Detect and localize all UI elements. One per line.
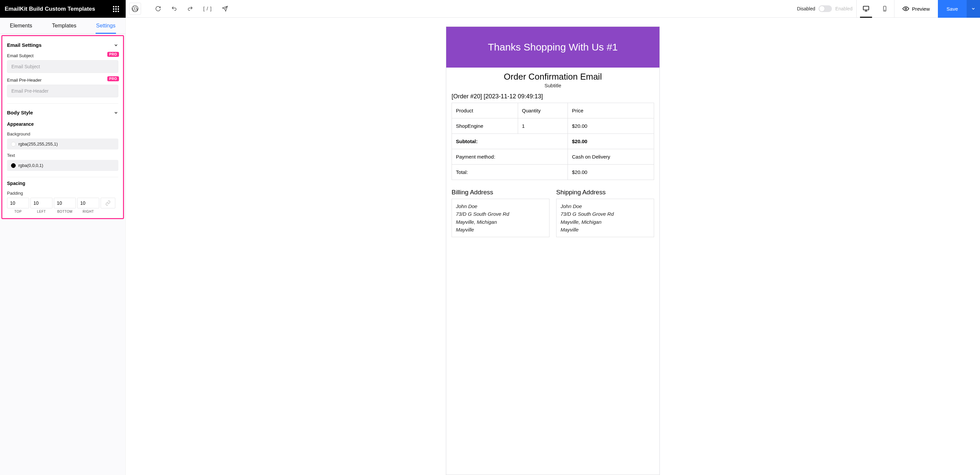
chevron-down-icon <box>971 6 976 11</box>
email-preheader-label: Email Pre-Header PRO <box>7 78 118 83</box>
svg-rect-2 <box>118 6 119 7</box>
main-topbar: [ / ] Disabled Enabled <box>126 0 980 18</box>
refresh-icon[interactable] <box>155 6 161 12</box>
undo-icon[interactable] <box>171 6 177 12</box>
svg-rect-6 <box>113 11 114 12</box>
sidebar-header: EmailKit Build Custom Templates <box>0 0 126 18</box>
padding-label: Padding <box>7 191 118 196</box>
table-row: Subtotal: $20.00 <box>452 134 654 149</box>
eye-icon <box>902 5 909 12</box>
background-label: Background <box>7 131 118 137</box>
sidebar-tabs: Elements Templates Settings <box>0 18 125 34</box>
section-body-style[interactable]: Body Style <box>7 107 118 119</box>
order-table[interactable]: Product Quantity Price ShopEngine 1 $20.… <box>452 103 654 180</box>
table-row: Payment method: Cash on Delivery <box>452 149 654 164</box>
svg-rect-4 <box>115 8 117 10</box>
svg-rect-3 <box>113 8 114 10</box>
chevron-down-icon <box>114 43 118 48</box>
svg-rect-0 <box>113 6 114 7</box>
shipping-heading[interactable]: Shipping Address <box>556 189 654 196</box>
padding-left-input[interactable] <box>30 198 52 209</box>
svg-point-12 <box>885 10 885 11</box>
pro-badge: PRO <box>107 76 119 81</box>
device-mobile-button[interactable] <box>875 0 894 18</box>
sidebar: Elements Templates Settings Email Settin… <box>0 18 126 475</box>
svg-rect-5 <box>118 8 119 10</box>
padding-right-input[interactable] <box>77 198 99 209</box>
wordpress-icon[interactable] <box>129 3 141 15</box>
link-icon <box>105 200 111 206</box>
text-color-label: Text <box>7 153 118 158</box>
enable-toggle[interactable] <box>819 5 832 12</box>
disabled-label: Disabled <box>797 6 815 11</box>
svg-rect-1 <box>115 6 117 7</box>
tab-templates[interactable]: Templates <box>49 18 79 34</box>
email-canvas[interactable]: Thanks Shopping With Us #1 Order Confirm… <box>446 26 660 475</box>
appearance-heading: Appearance <box>7 121 118 127</box>
text-color-input[interactable]: rgba(0,0,0,1) <box>7 160 118 171</box>
svg-rect-8 <box>118 11 119 12</box>
order-line[interactable]: [Order #20] [2023-11-12 09:49:13] <box>452 93 654 100</box>
email-preheader-input[interactable] <box>7 84 118 97</box>
table-row: Product Quantity Price <box>452 103 654 118</box>
preview-label: Preview <box>912 6 929 12</box>
background-color-input[interactable]: rgba(255,255,255,1) <box>7 139 118 150</box>
email-subject-label: Email Subject PRO <box>7 53 118 58</box>
device-desktop-button[interactable] <box>857 0 875 18</box>
pro-badge: PRO <box>107 52 119 57</box>
tab-elements[interactable]: Elements <box>7 18 35 34</box>
send-icon[interactable] <box>222 6 228 12</box>
tab-settings[interactable]: Settings <box>94 18 118 34</box>
svg-rect-10 <box>863 6 869 10</box>
svg-rect-7 <box>115 11 117 12</box>
billing-heading[interactable]: Billing Address <box>452 189 549 196</box>
redo-icon[interactable] <box>187 6 193 12</box>
color-swatch-icon <box>11 142 16 147</box>
settings-panel: Email Settings Email Subject PRO Email P… <box>2 35 124 219</box>
link-padding-button[interactable] <box>100 198 115 209</box>
canvas-area[interactable]: Thanks Shopping With Us #1 Order Confirm… <box>126 18 980 475</box>
svg-point-13 <box>905 8 907 10</box>
section-email-settings[interactable]: Email Settings <box>7 40 118 51</box>
enabled-label: Enabled <box>835 6 852 11</box>
app-title: EmailKit Build Custom Templates <box>5 6 95 13</box>
preview-button[interactable]: Preview <box>894 0 937 18</box>
email-subject-input[interactable] <box>7 60 118 73</box>
billing-address[interactable]: John Doe 73/D G South Grove Rd Mayville,… <box>452 199 549 237</box>
table-row: Total: $20.00 <box>452 164 654 180</box>
padding-top-input[interactable] <box>7 198 29 209</box>
color-swatch-icon <box>11 163 16 168</box>
email-title[interactable]: Order Confirmation Email <box>452 72 654 82</box>
spacing-heading: Spacing <box>7 181 118 186</box>
padding-bottom-input[interactable] <box>54 198 76 209</box>
shipping-address[interactable]: John Doe 73/D G South Grove Rd Mayville,… <box>556 199 654 237</box>
padding-inputs: TOP LEFT BOTTOM RIGHT <box>7 198 118 214</box>
table-row: ShopEngine 1 $20.00 <box>452 118 654 134</box>
shortcode-icon[interactable]: [ / ] <box>203 6 212 12</box>
email-subtitle[interactable]: Subtitle <box>452 83 654 88</box>
save-button[interactable]: Save <box>938 0 967 18</box>
enable-toggle-wrap: Disabled Enabled <box>797 5 853 12</box>
apps-grid-icon[interactable] <box>111 4 121 14</box>
chevron-down-icon <box>114 110 118 115</box>
email-banner[interactable]: Thanks Shopping With Us #1 <box>446 27 659 68</box>
save-dropdown[interactable] <box>967 0 980 18</box>
